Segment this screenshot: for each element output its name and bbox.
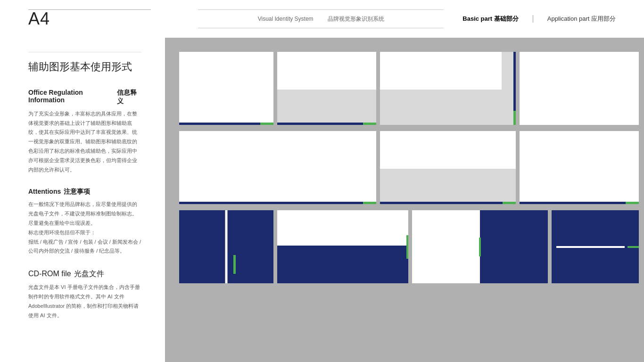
card-1 bbox=[179, 52, 273, 125]
section-cdrom-title-row: CD-ROM file 光盘文件 bbox=[28, 269, 141, 279]
section-cdrom-body: 光盘文件是本 VI 手册电子文件的集合，内含手册制作时的专用软件格式文件。其中 … bbox=[28, 283, 141, 320]
page-title: A4 bbox=[28, 9, 50, 28]
card-9 bbox=[277, 210, 408, 283]
section-cdrom-title-cn: 光盘文件 bbox=[74, 269, 104, 279]
card-6 bbox=[380, 131, 516, 204]
nav-separator bbox=[533, 15, 533, 23]
header: A4 Visual Identity System 品牌视觉形象识别系统 Bas… bbox=[0, 0, 644, 38]
card-2 bbox=[277, 52, 376, 125]
section-info-body: 为了充实企业形象，丰富标志的具体应用，在整体视觉要求的基础上设计了辅助图形和辅助… bbox=[28, 109, 141, 175]
card-4 bbox=[520, 52, 639, 125]
header-top-line bbox=[28, 9, 151, 10]
section-info-title-cn: 信息释义 bbox=[117, 89, 141, 106]
nav-basic-part[interactable]: Basic part 基础部分 bbox=[462, 15, 518, 23]
header-left: A4 bbox=[28, 9, 179, 29]
card-5 bbox=[179, 131, 376, 204]
graphic-area bbox=[165, 38, 644, 362]
card-3 bbox=[380, 52, 516, 125]
section-attentions-title-cn: 注意事项 bbox=[64, 188, 90, 196]
section-info-title-en: Office Regulation Information bbox=[28, 89, 114, 104]
section-cdrom-title-en: CD-ROM file bbox=[28, 270, 71, 278]
page-wrapper: A4 Visual Identity System 品牌视觉形象识别系统 Bas… bbox=[0, 0, 644, 362]
sidebar: 辅助图形基本使用形式 Office Regulation Information… bbox=[0, 38, 165, 362]
main-content: 辅助图形基本使用形式 Office Regulation Information… bbox=[0, 38, 644, 362]
header-center: Visual Identity System 品牌视觉形象识别系统 bbox=[198, 9, 444, 28]
header-en-label: Visual Identity System bbox=[258, 16, 314, 22]
section-attentions-title-en: Attentions bbox=[28, 188, 61, 195]
section-cdrom: CD-ROM file 光盘文件 光盘文件是本 VI 手册电子文件的集合，内含手… bbox=[28, 269, 141, 320]
sidebar-heading: 辅助图形基本使用形式 bbox=[28, 60, 141, 74]
card-11 bbox=[552, 210, 639, 283]
section-info-title-row: Office Regulation Information 信息释义 bbox=[28, 89, 141, 106]
section-info: Office Regulation Information 信息释义 为了充实企… bbox=[28, 89, 141, 175]
section-attentions-title-row: Attentions 注意事项 bbox=[28, 188, 141, 196]
card-10 bbox=[412, 210, 548, 283]
card-7 bbox=[520, 131, 639, 204]
header-cn-label: 品牌视觉形象识别系统 bbox=[328, 15, 384, 23]
sidebar-top-divider bbox=[28, 52, 141, 52]
section-attentions-body: 在一般情况下使用品牌标志，应尽量使用提供的光盘电子文件，不建议使用标准制图绘制标… bbox=[28, 200, 141, 256]
section-attentions: Attentions 注意事项 在一般情况下使用品牌标志，应尽量使用提供的光盘电… bbox=[28, 188, 141, 256]
card-8 bbox=[179, 210, 273, 283]
nav-application-part[interactable]: Application part 应用部分 bbox=[547, 15, 616, 23]
header-nav: Basic part 基础部分 Application part 应用部分 bbox=[462, 15, 616, 23]
